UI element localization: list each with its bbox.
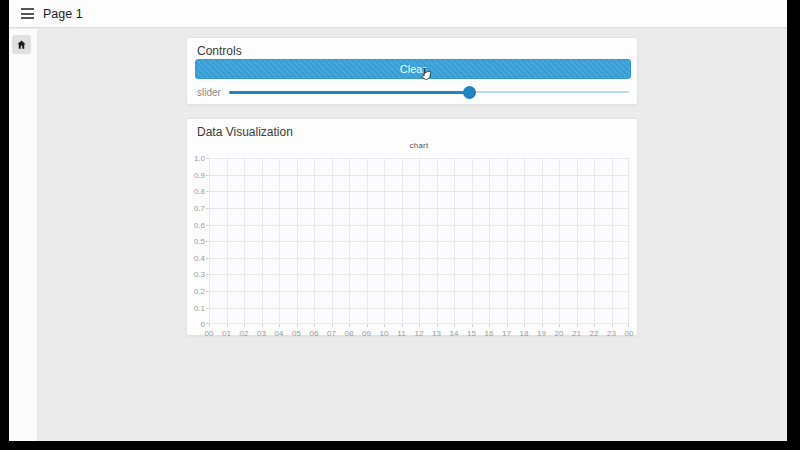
x-axis-tick-label: 12 [410, 329, 428, 338]
x-axis-tick-label: 13 [428, 329, 446, 338]
y-axis-tick-label: 0 [183, 320, 205, 329]
gridline-horizontal [209, 191, 629, 192]
clear-button[interactable]: Clear [195, 59, 631, 79]
page-title: Page 1 [43, 7, 83, 21]
x-axis-tick [524, 324, 525, 327]
y-axis-tick [206, 175, 209, 176]
x-axis-tick-label: 08 [340, 329, 358, 338]
x-axis-tick-label: 00 [200, 329, 218, 338]
x-axis-tick-label: 23 [603, 329, 621, 338]
y-axis-tick [206, 274, 209, 275]
y-axis-tick-label: 0.4 [183, 254, 205, 263]
y-axis-tick-label: 0.1 [183, 304, 205, 313]
x-axis-tick [542, 324, 543, 327]
gridline-horizontal [209, 158, 629, 159]
slider-fill [229, 91, 469, 94]
hamburger-bar [21, 13, 34, 15]
slider-track[interactable] [229, 91, 629, 93]
y-axis-tick-label: 0.8 [183, 187, 205, 196]
app-window: Page 1 Controls Clear slider Data Visual… [9, 0, 787, 441]
x-axis-tick [279, 324, 280, 327]
x-axis-tick [227, 324, 228, 327]
x-axis-tick-label: 05 [288, 329, 306, 338]
hamburger-bar [21, 8, 34, 10]
gridline-horizontal [209, 308, 629, 309]
x-axis-tick-label: 09 [358, 329, 376, 338]
x-axis-tick [209, 324, 210, 327]
home-icon [16, 39, 27, 50]
sidebar [9, 29, 38, 441]
sidebar-item-home[interactable] [12, 35, 31, 54]
x-axis-tick-label: 19 [533, 329, 551, 338]
data-visualization-card: Data Visualization chart 000102030405060… [186, 118, 638, 336]
y-axis-tick [206, 323, 209, 324]
x-axis-tick-label: 03 [253, 329, 271, 338]
x-axis-tick-label: 00 [620, 329, 638, 338]
plot-area[interactable]: 0001020304050607080910111213141516171819… [209, 158, 629, 324]
x-axis-tick [332, 324, 333, 327]
letterbox-right [787, 0, 800, 450]
viz-card-title: Data Visualization [197, 125, 293, 139]
letterbox-left [0, 0, 9, 450]
x-axis-tick [454, 324, 455, 327]
gridline-horizontal [209, 225, 629, 226]
x-axis-tick-label: 14 [445, 329, 463, 338]
y-axis-tick-label: 0.9 [183, 171, 205, 180]
x-axis-tick-label: 18 [515, 329, 533, 338]
y-axis-tick-label: 1.0 [183, 154, 205, 163]
x-axis-tick [244, 324, 245, 327]
x-axis-tick-label: 22 [585, 329, 603, 338]
x-axis-tick [612, 324, 613, 327]
controls-card-title: Controls [197, 44, 242, 58]
x-axis-tick [489, 324, 490, 327]
x-axis-tick-label: 16 [480, 329, 498, 338]
x-axis-tick [384, 324, 385, 327]
gridline-horizontal [209, 258, 629, 259]
gridline-horizontal [209, 208, 629, 209]
x-axis-tick-label: 11 [393, 329, 411, 338]
x-axis-tick [314, 324, 315, 327]
x-axis-tick [437, 324, 438, 327]
gridline-horizontal [209, 241, 629, 242]
x-axis-tick-label: 02 [235, 329, 253, 338]
y-axis-tick [206, 158, 209, 159]
y-axis-tick [206, 241, 209, 242]
x-axis-tick-label: 06 [305, 329, 323, 338]
x-axis-tick-label: 10 [375, 329, 393, 338]
x-axis-tick [367, 324, 368, 327]
y-axis-tick [206, 291, 209, 292]
gridline-horizontal [209, 291, 629, 292]
x-axis-tick-label: 01 [218, 329, 236, 338]
screen: Page 1 Controls Clear slider Data Visual… [0, 0, 800, 450]
x-axis-tick [472, 324, 473, 327]
y-axis-tick-label: 0.3 [183, 270, 205, 279]
x-axis-tick-label: 20 [550, 329, 568, 338]
chart-title: chart [209, 141, 629, 150]
hamburger-bar [21, 17, 34, 19]
gridline-horizontal [209, 274, 629, 275]
y-axis-tick [206, 308, 209, 309]
y-axis-tick [206, 258, 209, 259]
x-axis-tick-label: 21 [568, 329, 586, 338]
y-axis-tick [206, 208, 209, 209]
x-axis-tick [628, 324, 629, 327]
x-axis-tick [419, 324, 420, 327]
x-axis-tick [577, 324, 578, 327]
gridline-horizontal [209, 323, 629, 324]
slider-handle[interactable] [463, 86, 476, 99]
y-axis-tick-label: 0.6 [183, 221, 205, 230]
x-axis-tick [402, 324, 403, 327]
y-axis-tick-label: 0.5 [183, 237, 205, 246]
y-axis-tick [206, 191, 209, 192]
y-axis-tick-label: 0.7 [183, 204, 205, 213]
x-axis-tick [349, 324, 350, 327]
hamburger-menu-icon[interactable] [21, 8, 34, 19]
x-axis-tick [594, 324, 595, 327]
letterbox-bottom [0, 441, 800, 450]
slider-row: slider [187, 84, 639, 100]
x-axis-tick-label: 07 [323, 329, 341, 338]
x-axis-tick [507, 324, 508, 327]
x-axis-tick [297, 324, 298, 327]
app-header: Page 1 [9, 0, 787, 28]
x-axis-tick [559, 324, 560, 327]
